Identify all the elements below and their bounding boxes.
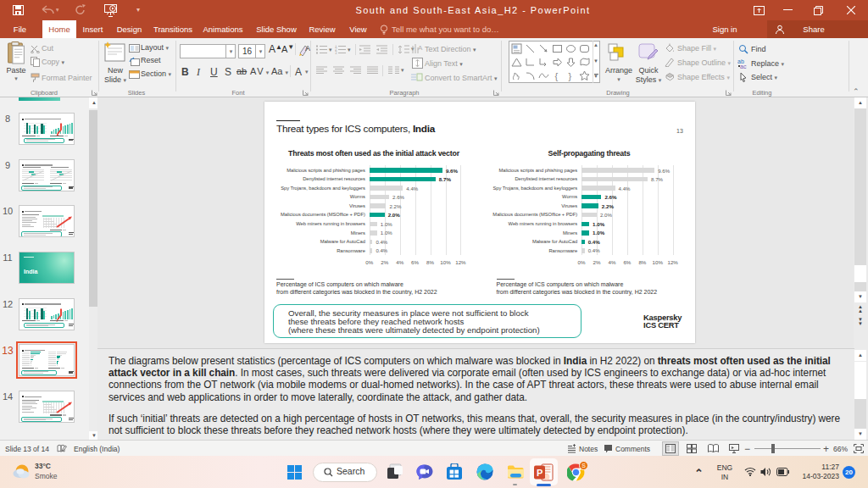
svg-text:A: A — [418, 44, 423, 52]
svg-text:{: { — [555, 71, 559, 81]
svg-text:P: P — [537, 468, 542, 478]
svg-text:A: A — [305, 44, 310, 53]
svg-text:3: 3 — [335, 51, 337, 54]
svg-text:}: } — [569, 71, 572, 81]
svg-text:ac: ac — [740, 64, 747, 69]
